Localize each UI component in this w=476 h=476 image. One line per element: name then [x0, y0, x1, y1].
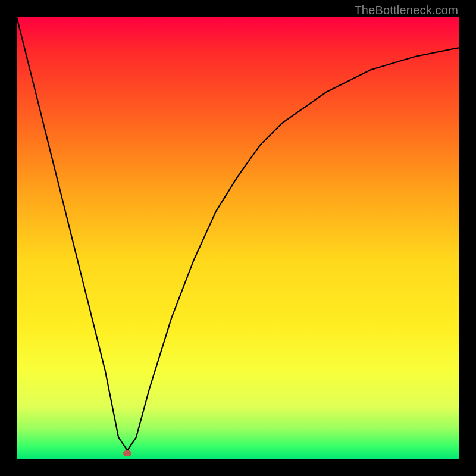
bottleneck-curve — [17, 17, 459, 459]
chart-plot-area — [17, 17, 459, 459]
watermark-text: TheBottleneck.com — [354, 4, 458, 17]
optimal-point-marker — [123, 450, 131, 456]
